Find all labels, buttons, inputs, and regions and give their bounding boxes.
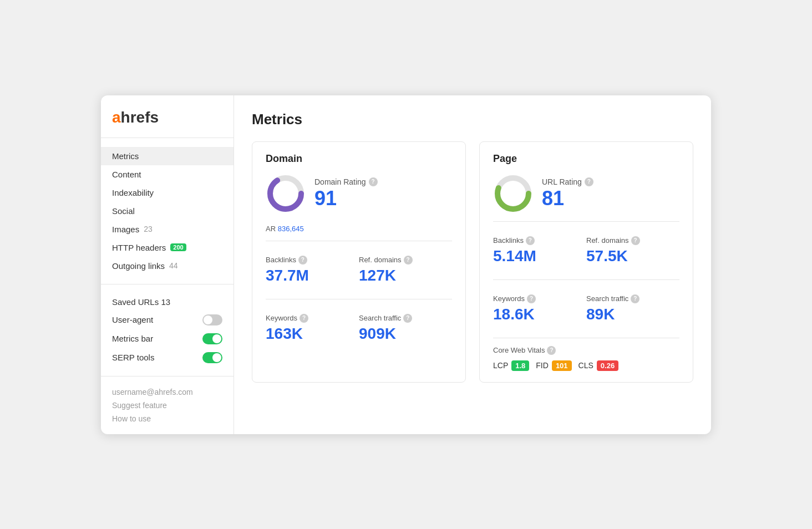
sidebar: ahrefs Metrics Content Indexability Soci…: [101, 95, 234, 434]
nav-item-label: Social: [112, 206, 135, 216]
page-rating-value: 81: [542, 187, 593, 210]
footer-suggest[interactable]: Suggest feature: [112, 401, 222, 410]
domain-stat-grid-1: Backlinks ? 37.7M Ref. domains ? 127K: [266, 249, 452, 291]
cwv-lcp: LCP 1.8: [493, 360, 529, 371]
nav-item-label: Indexability: [112, 188, 154, 197]
footer-section: username@ahrefs.com Suggest feature How …: [101, 377, 234, 423]
logo-text: ahrefs: [112, 109, 222, 126]
sidebar-item-social[interactable]: Social: [101, 202, 234, 220]
page-divider-3: [493, 338, 679, 338]
page-rating-label: URL Rating ?: [542, 177, 593, 186]
domain-backlinks-label: Backlinks ?: [266, 256, 359, 264]
page-stat-grid-1: Backlinks ? 5.14M Ref. domains ? 57.5K: [493, 230, 679, 272]
cwv-title: Core Web Vitals ?: [493, 346, 679, 355]
sidebar-item-content[interactable]: Content: [101, 165, 234, 184]
page-search-traffic-help-icon[interactable]: ?: [631, 294, 640, 303]
domain-ref-domains-value: 127K: [359, 267, 452, 284]
divider-1: [266, 241, 452, 241]
page-backlinks-cell: Backlinks ? 5.14M: [493, 230, 586, 272]
cwv-fid-badge: 101: [552, 360, 572, 371]
settings-metrics-bar[interactable]: Metrics bar: [101, 329, 234, 348]
page-stat-grid-2: Keywords ? 18.6K Search traffic ? 89K: [493, 288, 679, 330]
domain-ref-domains-cell: Ref. domains ? 127K: [359, 249, 452, 291]
sidebar-item-outgoing-links[interactable]: Outgoing links 44: [101, 257, 234, 275]
divider-2: [266, 299, 452, 299]
domain-ar-link[interactable]: 836,645: [278, 225, 304, 233]
logo-rest: hrefs: [121, 109, 159, 126]
settings-serp-tools[interactable]: SERP tools: [101, 348, 234, 367]
domain-panel: Domain Domain Rating ? 91: [252, 141, 466, 383]
domain-keywords-label: Keywords ?: [266, 314, 359, 323]
nav-section: Metrics Content Indexability Social Imag…: [101, 138, 234, 284]
user-agent-toggle[interactable]: [202, 314, 222, 325]
page-divider-2: [493, 279, 679, 280]
serp-tools-toggle[interactable]: [202, 352, 222, 363]
page-backlinks-help-icon[interactable]: ?: [526, 236, 535, 245]
logo-a-letter: a: [112, 109, 121, 126]
page-keywords-label: Keywords ?: [493, 294, 586, 303]
logo: ahrefs: [101, 109, 234, 138]
domain-rating-value: 91: [314, 187, 378, 210]
page-rating-info: URL Rating ? 81: [542, 177, 593, 210]
page-ref-domains-cell: Ref. domains ? 57.5K: [586, 230, 679, 272]
metrics-bar-toggle[interactable]: [202, 333, 222, 344]
settings-saved-urls: Saved URLs 13: [101, 293, 234, 311]
page-search-traffic-cell: Search traffic ? 89K: [586, 288, 679, 330]
cwv-cls: CLS 0.26: [578, 360, 619, 371]
sidebar-item-indexability[interactable]: Indexability: [101, 184, 234, 202]
domain-rating-info: Domain Rating ? 91: [314, 177, 378, 210]
images-count: 23: [144, 225, 153, 233]
domain-keywords-value: 163K: [266, 325, 359, 343]
domain-rating-help-icon[interactable]: ?: [369, 177, 378, 186]
page-panel: Page URL Rating ? 81: [479, 141, 693, 383]
footer-email[interactable]: username@ahrefs.com: [112, 388, 222, 396]
cwv-lcp-label: LCP: [493, 361, 508, 370]
page-rating-row: URL Rating ? 81: [493, 174, 679, 213]
domain-backlinks-cell: Backlinks ? 37.7M: [266, 249, 359, 291]
sidebar-item-images[interactable]: Images 23: [101, 220, 234, 238]
metrics-grid: Domain Domain Rating ? 91: [252, 141, 693, 383]
cwv-fid: FID 101: [536, 360, 571, 371]
page-backlinks-label: Backlinks ?: [493, 236, 586, 245]
settings-label: Saved URLs 13: [112, 297, 170, 307]
cwv-lcp-badge: 1.8: [511, 360, 529, 371]
serp-tools-label: SERP tools: [112, 353, 154, 362]
core-web-vitals-section: Core Web Vitals ? LCP 1.8 FID 101: [493, 346, 679, 371]
main-content: Metrics Domain Domain Rating ?: [234, 95, 711, 434]
nav-item-label: Outgoing links: [112, 261, 165, 271]
page-keywords-value: 18.6K: [493, 306, 586, 323]
page-search-traffic-value: 89K: [586, 306, 679, 323]
page-divider-1: [493, 221, 679, 222]
footer-how-to-use[interactable]: How to use: [112, 414, 222, 423]
nav-item-label: Metrics: [112, 151, 139, 161]
cwv-help-icon[interactable]: ?: [547, 346, 556, 355]
domain-rating-label: Domain Rating ?: [314, 177, 378, 186]
backlinks-help-icon[interactable]: ?: [298, 256, 307, 264]
page-ref-domains-help-icon[interactable]: ?: [631, 236, 640, 245]
sidebar-item-http-headers[interactable]: HTTP headers 200: [101, 238, 234, 257]
domain-keywords-cell: Keywords ? 163K: [266, 307, 359, 349]
page-panel-title: Page: [493, 153, 679, 165]
page-ref-domains-label: Ref. domains ?: [586, 236, 679, 245]
app-container: ahrefs Metrics Content Indexability Soci…: [101, 95, 711, 434]
saved-urls-count: 13: [161, 297, 170, 307]
page-title: Metrics: [252, 111, 693, 128]
cwv-fid-label: FID: [536, 361, 549, 370]
metrics-bar-label: Metrics bar: [112, 334, 153, 343]
search-traffic-help-icon[interactable]: ?: [403, 314, 412, 323]
page-ref-domains-value: 57.5K: [586, 247, 679, 265]
keywords-help-icon[interactable]: ?: [300, 314, 308, 323]
user-agent-label: User-agent: [112, 315, 153, 324]
page-backlinks-value: 5.14M: [493, 247, 586, 265]
sidebar-item-metrics[interactable]: Metrics: [101, 147, 234, 165]
domain-ar-row: AR 836,645: [266, 218, 452, 233]
domain-rating-row: Domain Rating ? 91: [266, 174, 452, 213]
url-rating-help-icon[interactable]: ?: [585, 177, 593, 186]
domain-stat-grid-2: Keywords ? 163K Search traffic ? 909K: [266, 307, 452, 349]
page-keywords-cell: Keywords ? 18.6K: [493, 288, 586, 330]
settings-user-agent[interactable]: User-agent: [101, 311, 234, 329]
domain-backlinks-value: 37.7M: [266, 267, 359, 284]
page-keywords-help-icon[interactable]: ?: [527, 294, 536, 303]
domain-search-traffic-value: 909K: [359, 325, 452, 343]
ref-domains-help-icon[interactable]: ?: [404, 256, 413, 264]
